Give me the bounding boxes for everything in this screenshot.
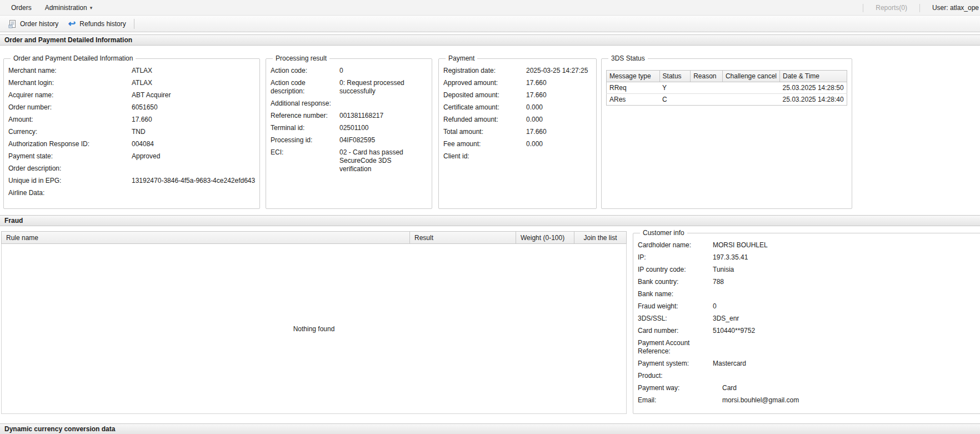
- field-merchant-login: Merchant login:ATLAX: [8, 79, 255, 87]
- column-header-weight: Weight (0-100): [516, 232, 574, 243]
- column-header-rule-name: Rule name: [2, 232, 409, 243]
- refunds-history-button[interactable]: ↩ Refunds history: [63, 18, 130, 30]
- field-value: 0: Request processed successfully: [339, 79, 421, 96]
- field-value: 02501100: [339, 124, 421, 132]
- menu-separator: [919, 4, 920, 12]
- customer-info-panel: Customer info Cardholder name:MORSI BOUH…: [633, 229, 980, 414]
- menu-administration[interactable]: Administration ▾: [38, 0, 99, 16]
- field-label: Payment system:: [638, 360, 713, 368]
- field-label: Reference number:: [271, 112, 339, 120]
- fraud-rules-table: Rule name Result Weight (0-100) Join the…: [1, 231, 627, 414]
- order-history-label: Order history: [20, 20, 58, 28]
- order-info-panel: Order and Payment Detailed Information M…: [3, 54, 260, 209]
- order-history-button[interactable]: Order history: [3, 18, 63, 30]
- field-label: Client id:: [443, 152, 526, 161]
- field-terminal-id: Terminal id:02501100: [271, 124, 427, 132]
- fraud-section-title: Fraud: [4, 217, 23, 225]
- table-row[interactable]: RReq Y 25.03.2025 14:28:50: [607, 82, 847, 94]
- field-value: ATLAX: [132, 67, 152, 75]
- field-refunded-amount: Refunded amount:0.000: [443, 116, 592, 124]
- field-label: Email:: [638, 396, 713, 405]
- field-auth-response-id: Authorization Response ID:004084: [8, 140, 255, 148]
- field-value: 3DS_enr: [713, 315, 835, 323]
- field-value: Mastercard: [713, 360, 835, 368]
- table-row[interactable]: ARes C 25.03.2025 14:28:40: [607, 94, 847, 106]
- field-label: Deposited amount:: [443, 91, 526, 99]
- field-label: Unique id in EPG:: [8, 177, 132, 185]
- field-airline-data: Airline Data:: [8, 189, 255, 197]
- field-label: Acquirer name:: [8, 91, 132, 99]
- field-value: 197.3.35.41: [713, 253, 835, 262]
- toolbar: Order history ↩ Refunds history: [0, 16, 980, 32]
- field-value: 6051650: [132, 103, 158, 112]
- field-value: 788: [713, 278, 835, 286]
- cell-status: Y: [659, 82, 691, 94]
- field-label: Card number:: [638, 327, 713, 335]
- menu-reports[interactable]: Reports(0): [869, 0, 914, 16]
- field-certificate-amount: Certificate amount:0.000: [443, 103, 592, 112]
- refunds-history-label: Refunds history: [79, 20, 126, 28]
- three-ds-status-table: Message type Status Reason Challenge can…: [606, 70, 847, 106]
- fraud-section-header: Fraud: [0, 215, 980, 226]
- fraud-table-header: Rule name Result Weight (0-100) Join the…: [1, 231, 627, 244]
- field-product: Product:: [638, 372, 980, 380]
- field-label: IP:: [638, 253, 713, 262]
- field-additional-response: Additional response:: [271, 99, 427, 108]
- field-label: IP country code:: [638, 266, 713, 274]
- three-ds-status-legend: 3DS Status: [608, 54, 648, 62]
- cell-challenge-cancel: [722, 94, 779, 106]
- field-reference-number: Reference number:001381168217: [271, 112, 427, 120]
- field-value: 0.000: [526, 116, 592, 124]
- field-label: Merchant login:: [8, 79, 132, 87]
- document-history-icon: [8, 19, 17, 28]
- field-value: 0.000: [526, 103, 592, 112]
- detail-panels: Order and Payment Detailed Information M…: [0, 46, 980, 215]
- field-deposited-amount: Deposited amount:17.660: [443, 91, 592, 99]
- processing-result-legend: Processing result: [273, 54, 329, 62]
- field-client-id: Client id:: [443, 152, 592, 161]
- field-eci: ECI:02 - Card has passed SecureCode 3DS …: [271, 148, 427, 173]
- field-card-number: Card number:510440**9752: [638, 327, 980, 335]
- field-value: Approved: [132, 152, 160, 161]
- order-info-legend: Order and Payment Detailed Information: [11, 54, 136, 62]
- field-label: Terminal id:: [271, 124, 339, 132]
- customer-info-legend: Customer info: [640, 229, 687, 237]
- field-3ds-ssl: 3DS/SSL:3DS_enr: [638, 315, 980, 323]
- field-label: Order description:: [8, 164, 132, 173]
- field-label: Airline Data:: [8, 189, 132, 197]
- menu-separator: [863, 4, 863, 12]
- field-value: Tunisia: [713, 266, 835, 274]
- field-payment-way: Payment way:Card: [638, 384, 980, 392]
- field-fraud-weight: Fraud weight:0: [638, 302, 980, 311]
- processing-result-panel: Processing result Action code:0 Action c…: [266, 54, 432, 209]
- field-label: Refunded amount:: [443, 116, 526, 124]
- field-value: morsi.bouhlel@gmail.com: [722, 396, 844, 405]
- cell-reason: [691, 94, 723, 106]
- dcc-section-title: Dynamic currency conversion data: [4, 425, 115, 433]
- payment-legend: Payment: [446, 54, 477, 62]
- field-value: Card: [722, 384, 844, 392]
- field-ip-country-code: IP country code:Tunisia: [638, 266, 980, 274]
- column-header-reason: Reason: [691, 71, 723, 82]
- field-label: Payment Account Reference:: [638, 339, 713, 356]
- fraud-area: Rule name Result Weight (0-100) Join the…: [0, 226, 980, 423]
- cell-reason: [691, 82, 723, 94]
- field-registration-date: Registration date:2025-03-25 14:27:25: [443, 67, 592, 75]
- empty-state-text: Nothing found: [293, 325, 335, 333]
- field-currency: Currency:TND: [8, 128, 255, 136]
- field-label: Fee amount:: [443, 140, 526, 148]
- field-label: Payment state:: [8, 152, 132, 161]
- cell-date-time: 25.03.2025 14:28:40: [779, 94, 847, 106]
- column-header-message-type: Message type: [607, 71, 660, 82]
- field-value: 02 - Card has passed SecureCode 3DS veri…: [339, 148, 421, 173]
- menu-orders[interactable]: Orders: [4, 0, 38, 16]
- field-payment-account-reference: Payment Account Reference:: [638, 339, 980, 356]
- field-label: Approved amount:: [443, 79, 526, 87]
- field-value: 04IF082595: [339, 136, 421, 144]
- field-label: Action code:: [271, 67, 339, 75]
- field-value: TND: [132, 128, 146, 136]
- field-label: Payment way:: [638, 384, 713, 392]
- field-value: 13192470-3846-4f5a-9683-4ce242efd643: [132, 177, 255, 185]
- field-label: Bank name:: [638, 290, 713, 298]
- field-value: MORSI BOUHLEL: [713, 241, 835, 250]
